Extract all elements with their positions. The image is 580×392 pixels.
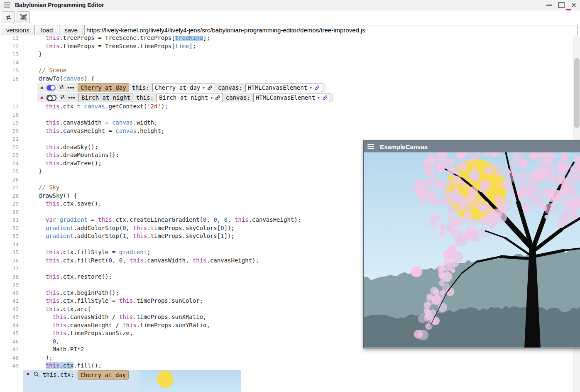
code-token: this (46, 200, 60, 207)
code-line[interactable]: 15 // Scene (0, 66, 573, 75)
code-token: 1 (220, 233, 224, 239)
code-token: gradient (119, 249, 147, 255)
code-token (32, 184, 39, 191)
code-text: ); (24, 354, 53, 362)
code-line[interactable]: 49 this.ctx.fill(); (0, 362, 573, 370)
maximize-button[interactable] (555, 0, 568, 10)
swap-example-icon[interactable] (59, 84, 65, 91)
select-bounds-button[interactable] (17, 11, 30, 23)
hamburger-icon[interactable] (367, 144, 374, 149)
code-token: this (46, 119, 60, 126)
code-text: } (24, 167, 42, 176)
code-token: this (53, 314, 67, 320)
code-token (32, 289, 46, 296)
versions-button[interactable]: versions (1, 25, 35, 35)
code-token: .getContext( (105, 103, 147, 110)
probe-widget: ✖this.ctx:Cherry at day (23, 370, 238, 392)
line-number: 36 (0, 257, 24, 265)
code-token: 1 (122, 233, 126, 239)
probe-example-badge[interactable]: Cherry at day (78, 370, 129, 380)
line-number: 18 (0, 111, 24, 119)
example-canvas-window: ExampleCanvas (363, 140, 580, 348)
code-text: this.timeProps.sunSize, (24, 329, 133, 338)
code-token: this (53, 330, 67, 336)
code-line[interactable]: 16 drawTo(canvas) { (0, 75, 573, 83)
code-line[interactable]: 17 this.ctx = canvas.getContext('2d'); (0, 103, 573, 111)
example-toggle[interactable] (46, 95, 56, 101)
url-input[interactable] (84, 25, 578, 35)
code-token: ) { (84, 75, 94, 82)
line-number: 35 (0, 248, 24, 257)
code-token: ]); (224, 225, 235, 231)
probe-controls: ✖this.ctx:Cherry at day (23, 370, 139, 392)
code-token: '2d' (147, 103, 161, 110)
more-options-icon[interactable]: ●●● (69, 96, 76, 99)
code-line[interactable]: 20 this.canvasHeight = canvas.height; (0, 127, 573, 135)
window-title: Babylonian Programming Editor (15, 2, 104, 8)
save-button[interactable]: save (59, 25, 83, 35)
code-token: this (235, 216, 249, 223)
hamburger-icon[interactable] (4, 2, 10, 7)
code-token: .ctx.arc( (59, 306, 91, 312)
minimize-button[interactable] (543, 0, 555, 10)
code-token: 0 (220, 225, 224, 231)
code-line[interactable]: 48 ); (0, 354, 573, 362)
example-name-badge[interactable]: Cherry at day (78, 83, 129, 92)
code-text: this.ctx = canvas.getContext('2d'); (24, 103, 168, 111)
code-token: .ctx.save(); (59, 200, 101, 207)
scrollbar-thumb[interactable] (574, 58, 580, 128)
more-options-icon[interactable]: ●●● (68, 86, 75, 89)
code-token: drawTo( (32, 75, 63, 82)
code-text: this.drawTree(); (24, 159, 102, 168)
this-value-dropdown[interactable]: Birch at night▾ (157, 93, 223, 102)
canvas-value-dropdown[interactable]: HTMLCanvasElement▾ (245, 83, 322, 92)
code-token: 0 (203, 216, 206, 223)
close-example-icon[interactable]: ✖ (40, 85, 44, 91)
example-name-badge[interactable]: Birch at night (78, 93, 133, 102)
canvas-value-dropdown[interactable]: HTMLCanvasElement▾ (253, 93, 330, 102)
code-text: this.ctx.arc( (24, 305, 91, 314)
code-line[interactable]: 14 (0, 59, 573, 67)
code-token: canvas (84, 103, 105, 110)
example-canvas-titlebar[interactable]: ExampleCanvas (364, 141, 580, 152)
load-button[interactable]: load (36, 25, 58, 35)
canvas-label: canvas: (218, 84, 242, 91)
code-line[interactable]: 12 this.timeProps = TreeScene.timeProps[… (0, 42, 573, 51)
code-text (24, 281, 32, 289)
code-token: .timeProps.sunColor; (133, 297, 203, 304)
code-token: this (46, 103, 60, 110)
close-probe-icon[interactable]: ✖ (27, 371, 30, 377)
code-text: var gradient = this.ctx.createLinearGrad… (24, 216, 301, 224)
line-number: 25 (0, 167, 24, 176)
probe-canvas-preview (139, 370, 241, 392)
code-token: var (46, 216, 56, 223)
code-token: .timeProps.sunSize, (66, 330, 133, 336)
code-token (32, 36, 46, 41)
swap-arrows-button[interactable] (2, 11, 15, 23)
code-line[interactable]: 19 this.canvasWidth = canvas.width; (0, 119, 573, 127)
chain-link-icon (207, 85, 213, 91)
code-token: this (46, 36, 60, 41)
line-number: 34 (0, 240, 24, 249)
code-token: .ctx = (59, 103, 84, 110)
code-text: this.drawSky(); (24, 143, 98, 152)
code-line[interactable]: 13 } (0, 50, 573, 59)
code-token: .canvasHeight); (249, 216, 301, 223)
code-text: this.ctx.fillStyle = this.timeProps.sunC… (24, 297, 203, 305)
this-value-dropdown[interactable]: Cherry at day▾ (152, 83, 215, 92)
code-token: canvas (115, 127, 137, 134)
code-text: this.drawMountains(); (24, 151, 119, 159)
code-line[interactable]: 11 this.treeProps = TreeScene.treeProps[… (0, 36, 573, 42)
close-button[interactable]: ✕ (568, 0, 580, 10)
close-example-icon[interactable]: ✖ (40, 95, 44, 100)
code-token (32, 314, 53, 320)
code-line[interactable]: 18 (0, 111, 573, 119)
example-annotation: ✖●●●Cherry at daythis:Cherry at day▾canv… (37, 83, 325, 92)
example-toggle[interactable] (46, 85, 56, 91)
code-token: ); (32, 354, 53, 361)
code-token: canvas (63, 75, 84, 82)
swap-example-icon[interactable] (59, 94, 66, 101)
code-token: .timeProps.sunXRatio, (133, 314, 206, 320)
code-token (32, 43, 46, 49)
line-number: 43 (0, 313, 24, 321)
